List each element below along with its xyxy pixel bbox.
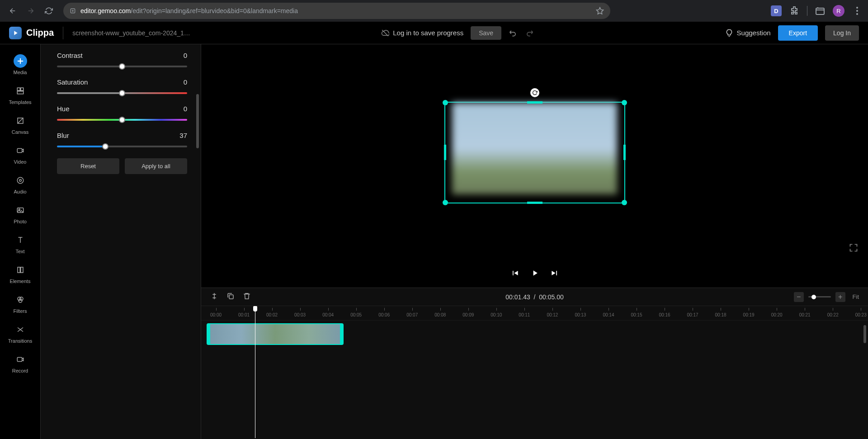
timeline-tracks[interactable] [201,321,868,434]
menu-icon[interactable] [852,5,863,16]
sidebar-item-audio[interactable]: Audio [0,169,40,199]
sidebar-item-canvas[interactable]: Canvas [0,109,40,139]
resize-handle-t[interactable] [527,101,542,104]
slider-thumb[interactable] [102,143,108,150]
suggestion-link[interactable]: Suggestion [725,29,771,37]
zoom-out-button[interactable]: − [794,292,804,302]
slider-thumb[interactable] [811,295,816,299]
next-frame-button[interactable] [550,269,559,279]
reload-button[interactable] [42,4,56,18]
prev-frame-button[interactable] [510,269,519,279]
resize-handle-b[interactable] [527,202,542,204]
resize-handle-r[interactable] [623,145,626,160]
sidebar-item-photo[interactable]: Photo [0,199,40,229]
extension-icon-1[interactable]: D [771,5,782,16]
clip-handle-right[interactable] [340,324,343,344]
undo-icon[interactable] [509,28,518,38]
svg-rect-11 [17,149,22,153]
redo-icon[interactable] [525,28,534,38]
contrast-slider[interactable] [57,66,187,67]
reset-button[interactable]: Reset [57,158,119,174]
svg-rect-16 [18,267,20,273]
blur-label: Blur [57,132,69,139]
copy-button[interactable] [226,292,235,302]
play-button[interactable] [530,269,539,279]
ruler-mark: 00:06 [378,312,390,320]
svg-point-12 [17,177,24,184]
hue-slider[interactable] [57,119,187,121]
login-prompt: Log in to save progress [381,29,463,37]
save-button[interactable]: Save [471,26,501,40]
svg-point-13 [19,179,21,182]
resize-handle-br[interactable] [622,200,627,205]
ruler-mark: 00:13 [575,312,586,320]
preview-area [201,44,868,288]
video-frame[interactable] [444,102,625,203]
bookmark-star-icon[interactable] [596,7,604,15]
svg-point-20 [19,299,22,303]
app-logo[interactable]: Clippa [9,27,54,39]
rotate-handle[interactable] [530,88,539,97]
url-bar[interactable]: editor.gemoo.com/edit?origin=landing&ref… [63,3,610,19]
text-icon [14,233,27,247]
login-button[interactable]: Log In [825,25,859,41]
timeline-ruler[interactable]: 00:0000:0100:0200:0300:0400:0500:0600:07… [201,306,868,321]
apply-all-button[interactable]: Apply to all [125,158,187,174]
blur-control: Blur37 [57,132,187,147]
split-button[interactable] [210,292,218,302]
scrollbar[interactable] [863,325,866,343]
zoom-slider[interactable] [808,296,831,297]
video-content [452,103,617,194]
export-button[interactable]: Export [778,25,818,41]
blur-slider[interactable] [57,146,187,147]
resize-handle-l[interactable] [444,145,446,160]
ruler-mark: 00:20 [771,312,783,320]
resize-handle-tr[interactable] [622,100,627,105]
slider-thumb[interactable] [119,117,125,123]
saturation-slider[interactable] [57,92,187,94]
canvas-icon [14,114,27,127]
saturation-control: Saturation0 [57,78,187,94]
sidebar-item-filters[interactable]: Filters [0,288,40,318]
ruler-mark: 00:23 [855,312,867,320]
svg-point-3 [856,10,858,12]
browser-bar: editor.gemoo.com/edit?origin=landing&ref… [0,0,868,22]
canvas-area[interactable] [201,44,868,260]
sidebar-item-video[interactable]: Video [0,139,40,169]
fit-button[interactable]: Fit [853,293,859,300]
sidebar-item-media[interactable]: Media [0,50,40,80]
sidebar-item-templates[interactable]: Templates [0,80,40,109]
svg-line-10 [18,118,23,123]
sidebar-item-elements[interactable]: Elements [0,259,40,288]
delete-button[interactable] [243,292,251,302]
sidebar-item-record[interactable]: Record [0,348,40,378]
ruler-mark: 00:09 [462,312,474,320]
cloud-off-icon [381,29,389,37]
hue-value: 0 [184,105,187,113]
lightbulb-icon [725,29,733,37]
ruler-mark: 00:21 [799,312,811,320]
logo-icon [9,27,22,39]
playhead[interactable] [255,307,255,438]
slider-thumb[interactable] [119,90,125,96]
ruler-mark: 00:11 [519,312,530,320]
clip-handle-left[interactable] [208,324,210,344]
back-button[interactable] [5,4,20,18]
tabs-icon[interactable] [815,5,826,16]
video-clip[interactable] [207,323,344,345]
profile-avatar[interactable]: R [833,5,844,17]
fullscreen-button[interactable] [849,243,858,254]
ruler-mark: 00:01 [238,312,250,320]
sidebar-item-text[interactable]: Text [0,229,40,259]
ruler-mark: 00:12 [547,312,558,320]
resize-handle-bl[interactable] [443,200,448,205]
resize-handle-tl[interactable] [443,100,448,105]
scrollbar[interactable] [196,94,199,148]
slider-thumb[interactable] [119,63,125,70]
extensions-icon[interactable] [789,5,800,16]
sidebar-item-transitions[interactable]: Transitions [0,318,40,348]
project-name[interactable]: screenshot-www_youtube_com-2024_1… [72,29,190,37]
zoom-in-button[interactable]: + [835,292,845,302]
ruler-mark: 00:04 [322,312,334,320]
forward-button[interactable] [24,4,38,18]
